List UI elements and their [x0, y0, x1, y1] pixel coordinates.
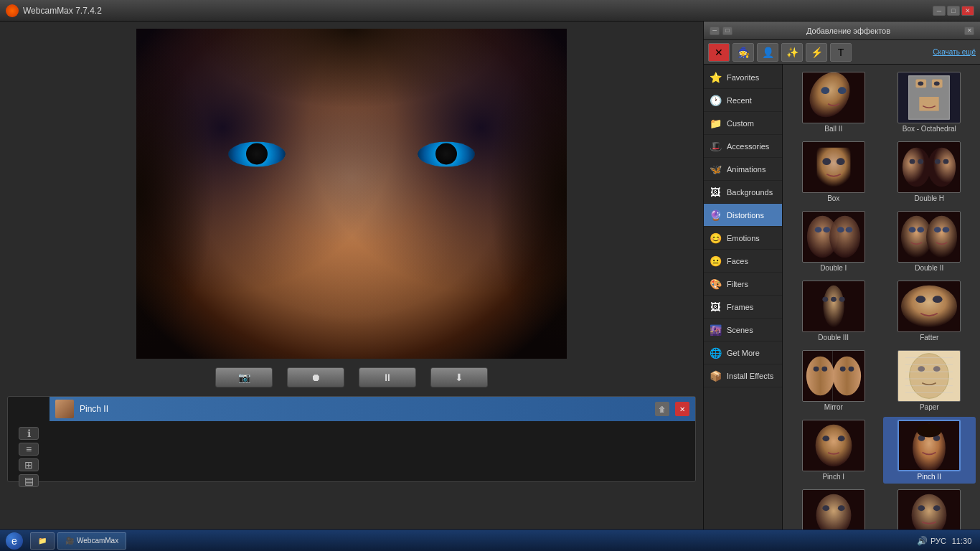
svg-point-39 — [831, 297, 837, 302]
category-recent[interactable]: 🕐 Recent — [704, 89, 782, 112]
category-get-more[interactable]: 🌐 Get More — [704, 342, 782, 364]
main-content: 📷 ⏺ ⏸ ⬇ ℹ ≡ ⊞ ▤ Pinch II 🗑 ✕ — [0, 22, 980, 551]
frames-icon: 🖼 — [708, 300, 722, 314]
svg-point-37 — [823, 286, 844, 328]
effects-close-btn[interactable]: ─ — [710, 27, 720, 35]
effect-pinch-i[interactable]: Pinch I — [787, 417, 880, 484]
titlebar-left: WebcamMax 7.7.4.2 — [6, 4, 102, 17]
effect-label-double-ii: Double II — [915, 264, 943, 272]
effect-mirror[interactable]: Mirror — [787, 347, 880, 414]
category-frames[interactable]: 🖼 Frames — [704, 296, 782, 319]
category-animations[interactable]: 🦋 Animations — [704, 158, 782, 181]
effects-max-btn[interactable]: □ — [722, 27, 732, 35]
info-icon[interactable]: ℹ — [19, 427, 39, 440]
download-more-button[interactable]: Скачать ещё — [933, 48, 976, 56]
person-top-button[interactable]: 👤 — [757, 43, 778, 62]
svg-point-3 — [838, 87, 847, 94]
svg-point-13 — [822, 158, 831, 165]
effect-ball-ii[interactable]: Ball II — [787, 69, 880, 136]
get-more-label: Get More — [727, 349, 760, 357]
delete-effect-button[interactable]: 🗑 — [655, 402, 669, 416]
svg-point-35 — [943, 227, 950, 232]
eye-pupil-right — [435, 143, 457, 165]
category-filters[interactable]: 🎨 Filters — [704, 273, 782, 296]
effect-preview-double-ii — [897, 211, 961, 263]
svg-point-56 — [933, 366, 941, 372]
backgrounds-icon: 🖼 — [708, 185, 722, 199]
svg-point-50 — [821, 367, 827, 372]
effects-close-x-btn[interactable]: ✕ — [964, 27, 974, 35]
film-icon[interactable]: ▤ — [19, 474, 39, 487]
svg-point-21 — [943, 159, 949, 164]
svg-point-64 — [815, 425, 852, 467]
effect-preview-mirror — [802, 350, 865, 402]
taskbar-explorer[interactable]: 📁 — [30, 532, 55, 550]
effect-double-h[interactable]: Double H — [883, 138, 976, 205]
svg-point-55 — [918, 366, 925, 372]
effect-pinch-ii[interactable]: Pinch II — [883, 417, 976, 484]
close-button[interactable]: ✕ — [961, 6, 974, 16]
hair-overlay — [136, 29, 567, 359]
active-effect-bar: Pinch II 🗑 ✕ — [50, 397, 695, 421]
effect-paper[interactable]: Paper — [883, 347, 976, 414]
close-effect-button[interactable]: ✕ — [675, 402, 689, 416]
effect-preview-box-oct — [897, 72, 961, 123]
category-custom[interactable]: 📁 Custom — [704, 112, 782, 135]
active-effect-name: Pinch II — [80, 404, 649, 414]
record-button[interactable]: ⏺ — [287, 367, 344, 387]
effect-double-iii[interactable]: Double III — [787, 278, 880, 344]
scenes-label: Scenes — [727, 326, 753, 334]
svg-point-19 — [918, 159, 924, 164]
webcam-taskbar-label: WebcamMax — [77, 537, 118, 545]
get-more-icon: 🌐 — [708, 346, 722, 360]
category-faces[interactable]: 😐 Faces — [704, 250, 782, 273]
svg-rect-10 — [920, 97, 939, 111]
accessories-icon: 🎩 — [708, 139, 722, 154]
text-top-button[interactable]: T — [830, 43, 852, 62]
svg-point-74 — [822, 505, 829, 511]
svg-point-40 — [839, 297, 845, 302]
taskbar-webcammax[interactable]: 🎥 WebcamMax — [57, 532, 126, 550]
monitor-icon[interactable]: ⊞ — [19, 458, 39, 471]
category-backgrounds[interactable]: 🖼 Backgrounds — [704, 181, 782, 204]
svg-point-51 — [840, 367, 846, 372]
effects-titlebar: ─ □ Добавление эффектов ✕ — [704, 22, 980, 40]
maximize-button[interactable]: □ — [947, 6, 960, 16]
flash-top-button[interactable]: ⚡ — [806, 43, 827, 62]
effects-grid-container[interactable]: Ball II — [783, 65, 980, 551]
pause-button[interactable]: ⏸ — [359, 367, 416, 387]
category-favorites[interactable]: ⭐ Favorites — [704, 66, 782, 89]
app-title: WebcamMax 7.7.4.2 — [23, 6, 102, 16]
category-emotions[interactable]: 😊 Emotions — [704, 227, 782, 250]
effect-double-ii[interactable]: Double II — [883, 208, 976, 275]
effect-fatter[interactable]: Fatter — [883, 278, 976, 344]
category-accessories[interactable]: 🎩 Accessories — [704, 135, 782, 158]
download-button[interactable]: ⬇ — [430, 367, 488, 387]
list-icon[interactable]: ≡ — [19, 443, 39, 456]
effect-label-mirror: Mirror — [824, 403, 843, 411]
effect-double-i[interactable]: Double I — [787, 208, 880, 275]
panel-left-icons: ℹ ≡ ⊞ ▤ — [8, 397, 50, 481]
taskbar-start-button[interactable]: e — [0, 530, 29, 552]
bottom-panel: ℹ ≡ ⊞ ▤ Pinch II 🗑 ✕ — [7, 396, 696, 482]
delete-top-button[interactable]: ✕ — [708, 43, 730, 62]
category-distortions[interactable]: 🔮 Distortions — [704, 204, 782, 227]
category-scenes[interactable]: 🌆 Scenes — [704, 319, 782, 342]
effect-label-double-i: Double I — [820, 264, 847, 272]
effect-box[interactable]: Box — [787, 138, 880, 205]
recent-label: Recent — [727, 96, 752, 105]
category-install-effects[interactable]: 📦 Install Effects — [704, 364, 782, 387]
taskbar-clock: 11:30 — [949, 537, 974, 545]
screenshot-button[interactable]: 📷 — [215, 367, 273, 387]
minimize-button[interactable]: ─ — [933, 6, 946, 16]
effect-box-octahedral[interactable]: Box - Octahedral — [883, 69, 976, 136]
effect-preview-fatter — [897, 281, 961, 332]
effect-label-double-iii: Double III — [818, 334, 849, 342]
titlebar-controls[interactable]: ─ □ ✕ — [933, 6, 974, 16]
svg-rect-12 — [816, 148, 850, 187]
svg-point-78 — [918, 505, 925, 511]
wizard-top-button[interactable]: 🧙 — [732, 43, 754, 62]
favorites-icon: ⭐ — [708, 70, 722, 85]
distortions-label: Distortions — [727, 211, 764, 220]
star-top-button[interactable]: ✨ — [781, 43, 803, 62]
